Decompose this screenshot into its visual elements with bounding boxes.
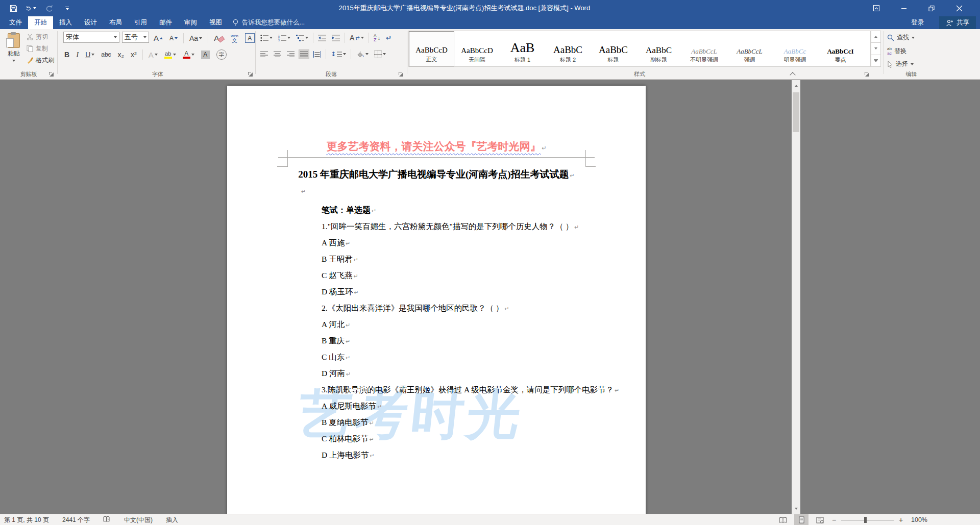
phonetic-guide-button[interactable]: wén文 [230,33,239,44]
replace-button[interactable]: abac 替换 [887,46,906,56]
tab-插入[interactable]: 插入 [53,16,78,29]
clipboard-dialog-launcher[interactable] [49,72,54,77]
multilevel-list-button[interactable] [295,34,309,42]
minimize-button[interactable] [890,0,918,16]
underline-button[interactable]: U [84,49,95,60]
show-marks-button[interactable]: ↵ [385,33,393,43]
numbering-button[interactable]: 123 [277,34,291,42]
character-border-button[interactable]: A [244,32,256,44]
tab-布局[interactable]: 布局 [103,16,128,29]
read-mode-button[interactable] [776,514,790,525]
style-标题 1[interactable]: AaB标题 1 [500,31,545,66]
styles-scroll-up-button[interactable] [871,31,881,43]
page-indicator[interactable]: 第 1 页, 共 10 页 [4,516,49,524]
tab-审阅[interactable]: 审阅 [178,16,203,29]
increase-indent-button[interactable] [331,34,341,42]
web-layout-button[interactable] [813,514,827,525]
sign-in-link[interactable]: 登录 [911,18,924,27]
zoom-slider-thumb[interactable] [864,517,867,523]
tab-视图[interactable]: 视图 [203,16,228,29]
customize-qat-button[interactable] [62,3,72,13]
tab-文件[interactable]: 文件 [3,16,28,29]
superscript-button[interactable]: x² [130,49,138,60]
print-layout-button[interactable] [794,514,808,525]
shading-button[interactable] [355,49,370,59]
share-button[interactable]: 共享 [939,16,976,29]
style-强调[interactable]: AaBbCcL强调 [727,31,772,66]
close-button[interactable] [945,0,973,16]
zoom-in-button[interactable]: + [898,516,904,524]
redo-button[interactable] [44,3,54,13]
tab-设计[interactable]: 设计 [78,16,103,29]
tab-开始[interactable]: 开始 [28,16,53,29]
clear-formatting-button[interactable]: A [213,33,225,43]
style-正文[interactable]: AaBbCcD正文 [409,31,454,66]
asian-layout-button[interactable]: A⇄ [349,33,365,43]
styles-dialog-launcher[interactable] [865,72,870,77]
collapse-ribbon-button[interactable] [786,70,799,78]
align-left-button[interactable] [259,50,269,59]
paste-button[interactable]: 粘贴 [3,31,24,74]
paste-dropdown-caret[interactable] [12,60,15,62]
align-right-button[interactable] [286,50,296,59]
styles-scroll-down-button[interactable] [871,43,881,55]
highlight-color-button[interactable]: ab [163,50,177,60]
change-case-button[interactable]: Aa [188,33,203,43]
document-page[interactable]: 艺考时光 更多艺考资料，请关注公众号『艺考时光网』↵ 2015 年重庆邮电大学广… [227,86,646,514]
font-color-button[interactable]: A [182,50,195,60]
strikethrough-button[interactable]: abc [100,50,112,59]
line-spacing-button[interactable]: ↕ [330,49,347,59]
copy-button[interactable]: 复制 [27,44,54,53]
tab-邮件[interactable]: 邮件 [153,16,178,29]
format-painter-button[interactable]: 格式刷 [27,56,54,65]
undo-dropdown-caret[interactable] [33,7,36,9]
zoom-level[interactable]: 100% [911,516,927,523]
style-明显强调[interactable]: AaBbCc明显强调 [772,31,818,66]
italic-button[interactable]: I [75,49,80,60]
distribute-button[interactable] [312,50,322,59]
find-button[interactable]: 查找 [887,33,915,42]
word-count[interactable]: 2441 个字 [62,516,90,524]
style-副标题[interactable]: AaBbC副标题 [636,31,681,66]
save-button[interactable] [8,3,18,13]
grow-font-button[interactable]: A [153,33,164,43]
undo-button[interactable] [26,3,36,13]
select-button[interactable]: 选择 [887,60,914,68]
ribbon-display-options-button[interactable] [863,0,890,16]
style-要点[interactable]: AaBbCcI要点 [818,31,863,66]
style-标题[interactable]: AaBbC标题 [591,31,636,66]
zoom-out-button[interactable]: − [831,516,837,524]
zoom-slider[interactable] [841,514,894,525]
align-center-button[interactable] [273,50,282,59]
font-name-combo[interactable]: 宋体 [63,32,119,43]
tell-me-box[interactable]: 告诉我您想要做什么... [232,16,305,29]
enclose-characters-button[interactable]: 字 [215,48,228,61]
vertical-scrollbar[interactable] [792,80,800,514]
bold-button[interactable]: B [63,49,70,60]
bullets-button[interactable] [259,34,274,42]
character-shading-button[interactable]: A [200,49,211,60]
insert-mode-indicator[interactable]: 插入 [166,516,178,524]
cut-button[interactable]: 剪切 [27,32,54,41]
subscript-button[interactable]: x₂ [117,49,125,60]
justify-button[interactable] [299,50,309,59]
decrease-indent-button[interactable] [317,34,327,42]
tab-引用[interactable]: 引用 [128,16,153,29]
scrollbar-thumb[interactable] [793,92,799,132]
scroll-down-button[interactable] [792,504,800,513]
borders-button[interactable] [373,49,387,59]
font-dialog-launcher[interactable] [248,72,253,77]
style-标题 2[interactable]: AaBbC标题 2 [545,31,591,66]
shrink-font-button[interactable]: A [168,34,179,43]
language-indicator[interactable]: 中文(中国) [124,516,153,524]
restore-button[interactable] [918,0,945,16]
style-不明显强调[interactable]: AaBbCcL不明显强调 [681,31,727,66]
font-size-combo[interactable]: 五号 [122,32,149,43]
paragraph-dialog-launcher[interactable] [399,72,404,77]
scroll-up-button[interactable] [792,81,800,90]
proofing-status[interactable] [103,516,111,524]
styles-more-button[interactable] [871,55,881,67]
text-effects-button[interactable]: A [148,49,159,60]
style-无间隔[interactable]: AaBbCcD无间隔 [454,31,500,66]
sort-button[interactable]: AZ↓ [373,33,382,43]
